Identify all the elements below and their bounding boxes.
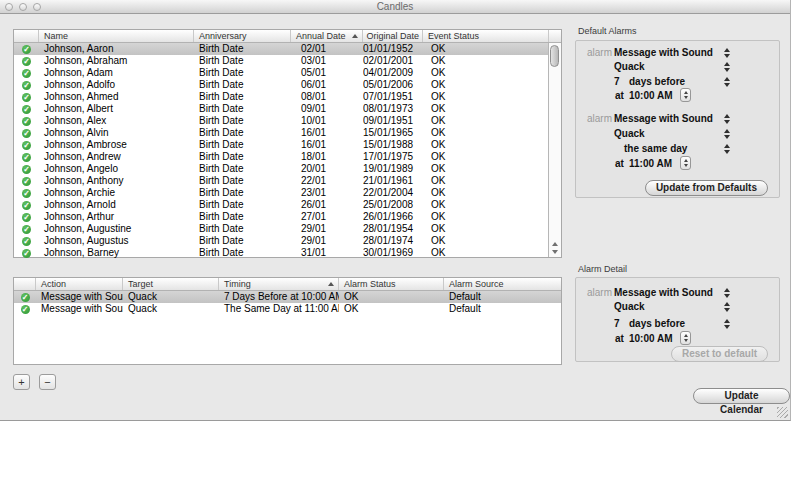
table-row[interactable]: ✓Johnson, AugustineBirth Date29/0128/01/… [14, 223, 549, 235]
update-calendar-button[interactable]: Update Calendar [693, 388, 790, 404]
vertical-scrollbar[interactable] [548, 43, 561, 257]
scrollbar-thumb[interactable] [550, 45, 559, 67]
column-header-action[interactable]: Action [36, 278, 123, 290]
scroll-down-arrow-icon[interactable] [552, 250, 558, 254]
alarm1-offset-row: 7 days before [576, 76, 779, 88]
alarm2-sound-popup[interactable] [724, 129, 730, 139]
table-row[interactable]: ✓Johnson, ArchieBirth Date23/0122/01/200… [14, 187, 549, 199]
table-row[interactable]: ✓Johnson, AmbroseBirth Date16/0115/01/19… [14, 139, 549, 151]
events-table: Name Anniversary Annual Date Original Da… [13, 29, 562, 258]
alarm1-time-stepper[interactable] [680, 88, 691, 102]
column-header-alarm-source[interactable]: Alarm Source [444, 278, 561, 290]
table-row[interactable]: ✓Message with SoundQuackThe Same Day at … [14, 303, 561, 315]
alarm-label: alarm [582, 113, 612, 124]
cell-anniversary: Birth Date [194, 55, 291, 67]
table-row[interactable]: ✓Johnson, AbrahamBirth Date03/0102/01/20… [14, 55, 549, 67]
cell-action: Message with Sound [36, 291, 123, 303]
minimize-button[interactable] [19, 3, 27, 11]
column-header-target[interactable]: Target [123, 278, 219, 290]
popup-arrows-icon [724, 288, 730, 292]
alarm1-sound-value: Quack [614, 61, 645, 72]
cell-original-date: 07/01/1951 [363, 91, 423, 103]
alarm2-time-stepper[interactable] [680, 156, 691, 170]
detail-offset-qty[interactable]: 7 [614, 318, 620, 329]
column-header-status[interactable] [14, 30, 39, 42]
detail-time-value[interactable]: 10:00 AM [629, 333, 673, 344]
table-row[interactable]: ✓Johnson, AhmedBirth Date08/0107/01/1951… [14, 91, 549, 103]
table-row[interactable]: ✓Johnson, AlexBirth Date10/0109/01/1951O… [14, 115, 549, 127]
scroll-up-arrow-icon[interactable] [552, 242, 558, 246]
cell-original-date: 01/01/1952 [363, 43, 423, 55]
alarm1-sound-popup[interactable] [724, 62, 730, 72]
table-row[interactable]: ✓Johnson, AdolfoBirth Date06/0105/01/200… [14, 79, 549, 91]
status-check-icon: ✓ [14, 103, 39, 115]
alarm2-time-row: at 11:00 AM [576, 158, 779, 170]
cell-timing: The Same Day at 11:00 AM [219, 303, 339, 315]
cell-anniversary: Birth Date [194, 103, 291, 115]
alarm2-action-popup[interactable] [724, 114, 730, 124]
cell-original-date: 17/01/1975 [363, 151, 423, 163]
status-check-icon: ✓ [14, 151, 39, 163]
cell-event-status: OK [423, 43, 549, 55]
column-header-original-date[interactable]: Original Date [363, 30, 423, 42]
status-check-icon: ✓ [14, 199, 39, 211]
detail-action-popup[interactable] [724, 288, 730, 298]
alarm2-time-value[interactable]: 11:00 AM [629, 158, 672, 169]
alarm2-at-label: at [615, 158, 624, 169]
window-resize-grip[interactable] [777, 407, 788, 418]
update-from-defaults-button[interactable]: Update from Defaults [645, 180, 768, 196]
table-row[interactable]: ✓Johnson, AlbertBirth Date09/0108/01/197… [14, 103, 549, 115]
cell-event-status: OK [423, 223, 549, 235]
table-row[interactable]: ✓Johnson, AnthonyBirth Date22/0121/01/19… [14, 175, 549, 187]
column-header-anniversary[interactable]: Anniversary [194, 30, 291, 42]
detail-offset-popup[interactable] [724, 319, 730, 329]
table-row[interactable]: ✓Johnson, AaronBirth Date02/0101/01/1952… [14, 43, 549, 55]
close-button[interactable] [5, 3, 13, 11]
column-header-status[interactable] [14, 278, 36, 290]
column-header-event-status[interactable]: Event Status [423, 30, 549, 42]
column-header-name[interactable]: Name [39, 30, 194, 42]
cell-annual-date: 06/01 [291, 79, 363, 91]
column-header-alarm-status[interactable]: Alarm Status [339, 278, 444, 290]
status-check-icon: ✓ [14, 79, 39, 91]
cell-original-date: 04/01/2009 [363, 67, 423, 79]
table-row[interactable]: ✓Johnson, AngeloBirth Date20/0119/01/198… [14, 163, 549, 175]
cell-anniversary: Birth Date [194, 235, 291, 247]
column-header-timing[interactable]: Timing [219, 278, 339, 290]
table-row[interactable]: ✓Johnson, AlvinBirth Date16/0115/01/1965… [14, 127, 549, 139]
zoom-button[interactable] [33, 3, 41, 11]
titlebar[interactable]: Candles [0, 0, 790, 14]
table-row[interactable]: ✓Johnson, BarneyBirth Date31/0130/01/196… [14, 247, 549, 259]
alarm2-offset-popup[interactable] [724, 144, 730, 154]
add-alarm-button[interactable]: + [13, 374, 30, 390]
popup-arrows-icon [724, 48, 730, 52]
alarm1-time-value[interactable]: 10:00 AM [629, 90, 673, 101]
table-row[interactable]: ✓Johnson, AugustusBirth Date29/0128/01/1… [14, 235, 549, 247]
events-table-body: ✓Johnson, AaronBirth Date02/0101/01/1952… [14, 43, 549, 259]
cell-original-date: 26/01/1966 [363, 211, 423, 223]
reset-to-default-button[interactable]: Reset to default [671, 346, 768, 362]
popup-arrows-icon [724, 144, 730, 148]
cell-annual-date: 16/01 [291, 127, 363, 139]
column-header-annual-date[interactable]: Annual Date [291, 30, 363, 42]
cell-original-date: 28/01/1974 [363, 235, 423, 247]
cell-anniversary: Birth Date [194, 163, 291, 175]
cell-name: Johnson, Barney [39, 247, 194, 259]
table-row[interactable]: ✓Message with SoundQuack7 Days Before at… [14, 291, 561, 303]
alarm1-action-popup[interactable] [724, 48, 730, 58]
remove-alarm-button[interactable]: − [39, 374, 56, 390]
alarm1-offset-qty[interactable]: 7 [614, 76, 620, 87]
table-row[interactable]: ✓Johnson, AdamBirth Date05/0104/01/2009O… [14, 67, 549, 79]
alarm1-offset-popup[interactable] [724, 77, 730, 87]
detail-sound-popup[interactable] [724, 302, 730, 312]
cell-anniversary: Birth Date [194, 91, 291, 103]
status-check-icon: ✓ [14, 303, 36, 315]
status-check-icon: ✓ [14, 291, 36, 303]
detail-action-row: alarm Message with Sound [576, 287, 779, 299]
table-row[interactable]: ✓Johnson, ArthurBirth Date27/0126/01/196… [14, 211, 549, 223]
detail-time-stepper[interactable] [680, 331, 691, 345]
popup-arrows-icon [724, 62, 730, 66]
popup-arrows-icon [724, 319, 730, 323]
table-row[interactable]: ✓Johnson, ArnoldBirth Date26/0125/01/200… [14, 199, 549, 211]
table-row[interactable]: ✓Johnson, AndrewBirth Date18/0117/01/197… [14, 151, 549, 163]
